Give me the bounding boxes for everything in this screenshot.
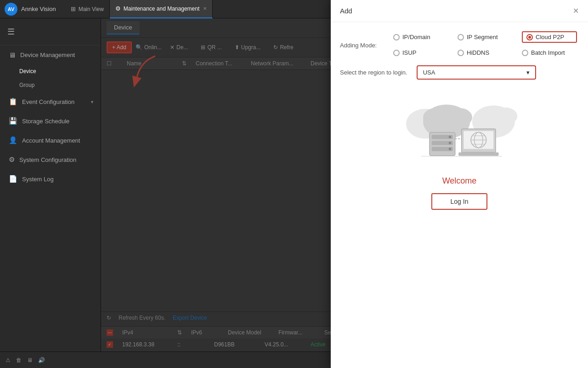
radio-ip-segment[interactable]: IP Segment (458, 34, 513, 40)
modes-row-1: IP/Domain IP Segment Cloud P2P (393, 31, 579, 43)
sidebar-item-device-management-label: Device Management (20, 52, 75, 58)
svg-point-4 (493, 108, 517, 125)
adding-mode-label: Adding Mode: (340, 42, 386, 49)
radio-isup[interactable]: ISUP (393, 49, 448, 56)
radio-batch-import-btn[interactable] (522, 50, 528, 56)
add-dialog: Add ✕ Adding Mode: IP/Domain (331, 0, 588, 368)
col-conn-header: Connection T... (196, 60, 242, 67)
adding-mode-section: Adding Mode: IP/Domain IP Segment (340, 31, 579, 59)
radio-hiddns-btn[interactable] (458, 50, 464, 56)
tab-main-view-label: Main View (79, 6, 104, 12)
row-model: D961BB (214, 341, 255, 348)
col-name-header: Name (127, 60, 173, 67)
tab-maintenance-label: Maintenance and Management (124, 6, 199, 12)
refresh-icon: ↻ (273, 44, 278, 51)
sidebar-item-system-config[interactable]: ⚙ System Configuration (0, 150, 101, 169)
login-button[interactable]: Log In (431, 193, 488, 210)
search-icon: 🔍 (136, 44, 142, 51)
refresh-every-label: Refresh Every 60s. (119, 315, 165, 321)
radio-ip-segment-label: IP Segment (467, 34, 498, 40)
statusbar-device-icon: 🖥 (27, 357, 33, 363)
delete-label: De... (176, 44, 188, 51)
sidebar-item-storage[interactable]: 💾 Storage Schedule (0, 111, 101, 131)
upgrade-button[interactable]: ⬆ Upgra... (230, 42, 266, 52)
statusbar-sound-icon: 🔊 (38, 357, 45, 363)
radio-batch-import[interactable]: Batch Import (522, 49, 577, 56)
welcome-section: Welcome Log In (340, 172, 579, 219)
cloud-p2p-illustration (340, 89, 579, 172)
sidebar-sub-group[interactable]: Group (0, 78, 101, 92)
sidebar-item-device-management[interactable]: 🖥 Device Management (0, 46, 101, 64)
welcome-text: Welcome (340, 176, 579, 186)
dialog-header: Add ✕ (331, 0, 588, 22)
radio-cloud-p2p-label: Cloud P2P (536, 34, 564, 40)
radio-isup-btn[interactable] (393, 50, 400, 56)
col-ipv6-header: IPv6 (191, 329, 219, 336)
region-dropdown-icon: ▾ (526, 69, 530, 76)
tab-device-label: Device (114, 24, 132, 31)
col-ipv4-header: IPv4 (122, 329, 168, 336)
storage-icon: 💾 (9, 117, 17, 125)
row-firmware: V4.25.0... (265, 341, 301, 348)
export-device-link[interactable]: Export Device (173, 315, 207, 321)
radio-ip-domain[interactable]: IP/Domain (393, 34, 448, 40)
svg-point-14 (449, 148, 452, 150)
tab-maintenance[interactable]: ⚙ Maintenance and Management ✕ (110, 0, 213, 18)
dialog-body: Adding Mode: IP/Domain IP Segment (331, 22, 588, 368)
dialog-title: Add (340, 7, 352, 15)
login-button-label: Log In (451, 198, 469, 205)
sidebar-item-event-config-label: Event Configuration (22, 98, 74, 105)
tab-device[interactable]: Device (107, 21, 140, 34)
modes-row-2: ISUP HiDDNS Batch Import (393, 49, 579, 56)
maintenance-icon: ⚙ (115, 5, 121, 12)
online-button[interactable]: 🔍 Onlin... (136, 44, 162, 51)
sidebar-menu-button[interactable]: ☰ (0, 23, 101, 40)
event-config-icon: 📋 (9, 98, 17, 106)
radio-isup-label: ISUP (402, 49, 416, 56)
svg-point-12 (449, 136, 452, 138)
qr-button[interactable]: ⊞ QR ... (196, 42, 226, 52)
add-button[interactable]: + Add (107, 41, 132, 53)
col-fw-header: Firmwar... (278, 329, 315, 336)
sidebar-sub-group-label: Group (19, 82, 34, 88)
delete-button[interactable]: ✕ De... (165, 42, 192, 52)
radio-cloud-p2p-btn[interactable] (526, 34, 533, 40)
select-all-checkbox[interactable]: — (107, 329, 113, 336)
sidebar-sub-device[interactable]: Device (0, 64, 101, 78)
sidebar-item-account-label: Account Management (22, 137, 80, 144)
radio-ip-domain-label: IP/Domain (402, 34, 430, 40)
sidebar-item-system-log[interactable]: 📄 System Log (0, 169, 101, 189)
svg-point-7 (447, 108, 472, 127)
radio-cloud-p2p[interactable]: Cloud P2P (522, 31, 577, 43)
row-checkbox[interactable]: ✓ (107, 341, 113, 348)
sidebar-item-account[interactable]: 👤 Account Management (0, 131, 101, 150)
app-name: Annke Vision (21, 6, 56, 12)
upgrade-label: Upgra... (241, 44, 261, 51)
radio-ip-domain-btn[interactable] (393, 34, 400, 40)
svg-rect-22 (458, 152, 498, 155)
col-check: ☐ (107, 60, 118, 67)
radio-hiddns[interactable]: HiDDNS (458, 49, 513, 56)
col-net-header: Network Param... (251, 60, 301, 67)
region-label: Select the region to login. (340, 69, 407, 76)
qr-icon: ⊞ (201, 44, 205, 51)
sidebar-item-event-config[interactable]: 📋 Event Configuration ▾ (0, 92, 101, 111)
region-value: USA (423, 69, 435, 76)
radio-ip-segment-btn[interactable] (458, 34, 464, 40)
sort-icon: ⇅ (182, 60, 187, 67)
app-body: ☰ 🖥 Device Management Device Group 📋 Eve… (0, 18, 588, 351)
qr-label: QR ... (207, 44, 221, 51)
tab-close-icon[interactable]: ✕ (203, 6, 207, 11)
refresh-button[interactable]: ↻ Refre (269, 42, 298, 52)
sidebar-item-system-config-label: System Configuration (19, 156, 76, 163)
region-row: Select the region to login. USA ▾ (340, 65, 579, 80)
system-log-icon: 📄 (9, 175, 17, 183)
row-ipv4: 192.168.3.38 (122, 341, 168, 348)
radio-group: IP/Domain IP Segment Cloud P2P (393, 31, 579, 59)
dialog-close-button[interactable]: ✕ (573, 6, 579, 15)
region-select[interactable]: USA ▾ (417, 65, 536, 80)
tab-main-view[interactable]: ⊞ Main View (65, 0, 110, 18)
statusbar-delete-icon: 🗑 (16, 357, 22, 363)
svg-point-13 (449, 142, 452, 144)
statusbar-alert-icon: ⚠ (6, 357, 11, 363)
